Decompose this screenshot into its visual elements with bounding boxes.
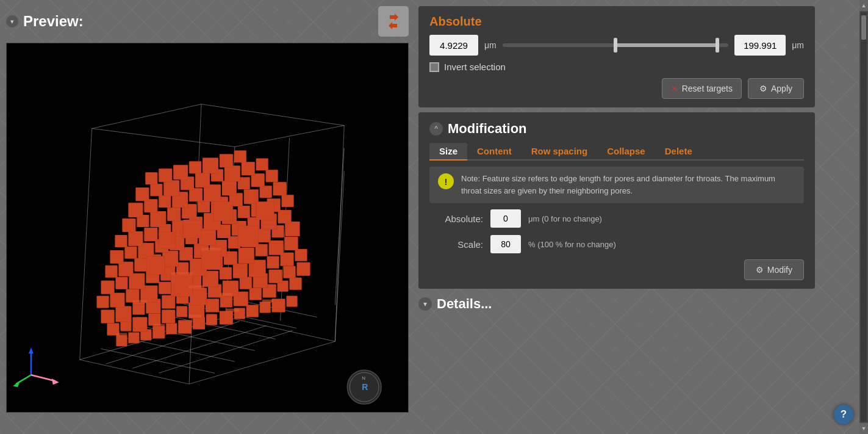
svg-rect-30 [193,317,205,330]
filter-range-row: μm μm [429,35,804,56]
absolute-field-row: Absolute: μm (0 for no change) [434,209,799,228]
svg-rect-171 [183,220,201,238]
mod-note-text: Note: Feature size refers to edge length… [461,173,795,197]
svg-rect-61 [240,277,252,289]
svg-rect-77 [267,256,279,269]
svg-rect-163 [189,161,201,173]
svg-rect-182 [220,293,232,296]
svg-rect-170 [238,226,259,247]
svg-line-4 [92,104,201,129]
mod-chevron[interactable]: ^ [429,122,443,136]
tab-content[interactable]: Content [467,143,522,159]
mod-fields: Absolute: μm (0 for no change) Scale: % … [429,209,804,253]
svg-line-21 [335,171,344,341]
svg-rect-81 [115,277,127,289]
slider-thumb-left[interactable] [614,38,617,52]
svg-rect-149 [251,173,265,187]
svg-line-10 [335,126,344,342]
axis-arrows [13,347,59,387]
svg-rect-157 [224,165,240,181]
filter-min-input[interactable] [429,35,478,56]
modification-card: ^ Modification Size Content Row spacing [418,112,815,289]
modify-icon: ⚙ [756,265,764,275]
svg-rect-153 [163,180,179,196]
scale-input[interactable] [490,235,521,253]
svg-rect-79 [295,249,307,261]
filter-card: Absolute μm μm I [418,6,815,107]
tab-delete[interactable]: Delete [655,143,702,159]
svg-rect-67 [110,293,125,308]
svg-rect-36 [272,299,285,313]
sync-button[interactable] [378,6,409,37]
scrollbar-right[interactable]: ▲ ▼ [859,0,868,434]
scrollbar-thumb[interactable] [861,15,866,40]
svg-rect-94 [118,262,133,277]
svg-rect-112 [199,228,216,245]
svg-rect-34 [246,305,259,317]
svg-rect-118 [115,235,127,247]
reset-targets-button[interactable]: ✕ Reset targets [662,78,742,99]
svg-rect-41 [148,314,160,326]
filter-buttons-row: ✕ Reset targets ⚙ Apply [429,78,804,99]
svg-rect-92 [285,237,298,250]
svg-rect-126 [238,206,250,218]
svg-line-187 [31,375,56,381]
preview-header: ▾ Preview: [6,6,409,39]
svg-rect-31 [206,314,217,325]
svg-rect-184 [201,248,221,251]
svg-rect-56 [162,295,175,309]
range-slider[interactable] [503,43,729,47]
apply-button[interactable]: ⚙ Apply [748,78,804,99]
svg-rect-147 [222,181,237,195]
scrollbar-up-arrow[interactable]: ▲ [859,0,868,11]
tab-row-spacing[interactable]: Row spacing [522,143,598,159]
svg-rect-45 [206,299,219,313]
svg-rect-164 [203,157,218,173]
svg-rect-172 [213,201,233,221]
preview-panel: ▾ Preview: [6,6,409,428]
svg-rect-145 [189,188,203,201]
absolute-unit: μm (0 for no change) [528,214,602,223]
modify-button[interactable]: ⚙ Modify [744,259,804,280]
svg-rect-103 [257,229,271,242]
svg-rect-70 [159,282,171,294]
svg-rect-166 [234,150,246,162]
preview-chevron[interactable]: ▾ [6,15,18,27]
scrollbar-down-arrow[interactable]: ▼ [859,423,868,434]
svg-rect-180 [132,300,147,303]
svg-rect-155 [195,173,210,187]
slider-thumb-right[interactable] [716,38,719,52]
warning-icon: ! [438,173,454,189]
absolute-input[interactable] [490,209,521,228]
svg-marker-188 [52,378,59,385]
svg-rect-183 [171,272,193,275]
svg-rect-95 [134,258,148,272]
mod-footer: ⚙ Modify [429,259,804,280]
tab-collapse[interactable]: Collapse [597,143,655,159]
tab-size[interactable]: Size [429,143,467,161]
preview-title: Preview: [23,13,84,30]
scale-field-row: Scale: % (100 % for no change) [434,235,799,253]
svg-marker-190 [13,381,20,387]
svg-rect-53 [115,306,131,322]
svg-line-0 [80,360,189,384]
svg-text:N: N [362,375,365,381]
svg-rect-142 [144,199,157,212]
svg-marker-186 [29,347,34,353]
svg-rect-80 [101,281,115,294]
svg-rect-159 [256,158,268,170]
svg-rect-160 [145,172,157,184]
svg-rect-178 [226,309,239,312]
filter-max-input[interactable] [734,35,786,56]
svg-rect-119 [128,231,143,246]
help-button[interactable]: ? [834,405,853,424]
help-icon: ? [841,408,847,421]
svg-rect-54 [132,303,145,315]
details-section: ▾ Details... [418,294,815,314]
details-chevron[interactable]: ▾ [418,297,432,311]
svg-rect-75 [233,264,248,278]
invert-checkbox[interactable] [429,62,439,72]
svg-rect-143 [159,195,171,208]
mod-tabs: Size Content Row spacing Collapse Delete [429,143,804,161]
svg-rect-162 [173,165,188,179]
